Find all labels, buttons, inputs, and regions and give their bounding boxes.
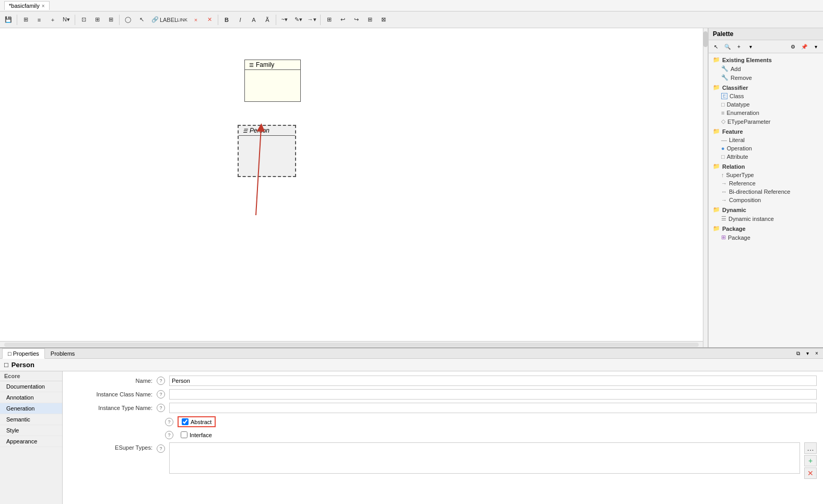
palette-item-bidirectional[interactable]: ↔ Bi-directional Reference xyxy=(709,187,823,196)
palette-item-composition[interactable]: → Composition xyxy=(709,196,823,204)
esuper-add-btn[interactable]: + xyxy=(804,455,817,466)
tab-action-close[interactable]: × xyxy=(813,349,821,358)
palette-item-class[interactable]: E Class xyxy=(709,92,823,100)
toolbar-link2[interactable]: LINK xyxy=(176,14,189,26)
palette-item-datatype[interactable]: □ Datatype xyxy=(709,100,823,109)
tab-problems[interactable]: Problems xyxy=(45,348,80,358)
sidebar-item-style[interactable]: Style xyxy=(0,425,62,436)
toolbar-delete-all[interactable]: ✕ xyxy=(203,14,216,26)
tab-action-menu[interactable]: ▾ xyxy=(803,349,812,358)
toolbar-delete[interactable]: × xyxy=(190,14,202,26)
toolbar-pen[interactable]: ✎▾ xyxy=(292,14,304,26)
toolbar-view[interactable]: ⊞ xyxy=(363,14,376,26)
diagram-canvas[interactable]: ☰ Family ☰ Person xyxy=(0,28,703,341)
prop-help-interface[interactable]: ? xyxy=(165,431,173,439)
toolbar-save[interactable]: 💾 xyxy=(2,14,15,26)
tab-action-new-window[interactable]: ⧉ xyxy=(794,349,802,358)
toolbar-zoom-in[interactable]: + xyxy=(46,14,59,26)
prop-input-instance-class[interactable] xyxy=(169,389,817,400)
palette-item-attribute[interactable]: □ Attribute xyxy=(709,153,823,161)
palette-section-existing-label: Existing Elements xyxy=(722,57,772,63)
person-node[interactable]: ☰ Person xyxy=(238,125,296,177)
sidebar-item-appearance[interactable]: Appearance xyxy=(0,436,62,447)
palette-item-remove[interactable]: 🔧 Remove xyxy=(709,73,823,82)
folder-icon: 📁 xyxy=(713,56,720,63)
toolbar-fit[interactable]: ⊞ xyxy=(323,14,335,26)
palette-btn-menu[interactable]: ▾ xyxy=(745,41,756,52)
prop-checkbox-abstract[interactable] xyxy=(182,418,189,425)
palette-section-relation-header[interactable]: 📁 Relation xyxy=(709,162,823,171)
toolbar-import[interactable]: ⊞ xyxy=(91,14,103,26)
esuper-browse-btn[interactable]: … xyxy=(804,442,817,454)
toolbar-italic[interactable]: I xyxy=(234,14,246,26)
toolbar-undo[interactable]: ↩ xyxy=(336,14,349,26)
prop-textarea-esuper[interactable] xyxy=(169,442,800,474)
palette-item-add-label: Add xyxy=(731,66,741,72)
palette-btn-close[interactable]: ▾ xyxy=(810,41,821,52)
toolbar-bold[interactable]: B xyxy=(220,14,233,26)
package-folder-icon: 📁 xyxy=(713,225,720,232)
toolbar-select2[interactable]: ↖ xyxy=(135,14,148,26)
palette-item-add[interactable]: 🔧 Add xyxy=(709,64,823,73)
palette-btn-settings[interactable]: ⚙ xyxy=(787,41,798,52)
prop-help-abstract[interactable]: ? xyxy=(165,418,173,426)
esuper-delete-btn[interactable]: ✕ xyxy=(804,467,817,479)
enum-icon: ≡ xyxy=(721,110,724,116)
family-node[interactable]: ☰ Family xyxy=(244,60,301,102)
sidebar-item-semantic[interactable]: Semantic xyxy=(0,414,62,425)
tab-close-button[interactable]: × xyxy=(42,3,45,9)
toolbar-style[interactable]: ~▾ xyxy=(278,14,291,26)
toolbar-redo[interactable]: ↪ xyxy=(350,14,362,26)
palette-item-enumeration[interactable]: ≡ Enumeration xyxy=(709,109,823,117)
toolbar-snap[interactable]: ⊠ xyxy=(377,14,390,26)
prop-input-instance-type[interactable] xyxy=(169,403,817,413)
palette-item-composition-label: Composition xyxy=(729,197,761,203)
toolbar-arrow[interactable]: →▾ xyxy=(305,14,318,26)
toolbar-layout[interactable]: ≡ xyxy=(33,14,45,26)
palette-section-classifier-header[interactable]: 📁 Classifier xyxy=(709,83,823,92)
canvas-vscroll[interactable] xyxy=(703,28,708,347)
palette-item-package[interactable]: ⊞ Package xyxy=(709,233,823,242)
bidir-icon: ↔ xyxy=(721,189,727,195)
palette-item-reference[interactable]: → Reference xyxy=(709,179,823,187)
palette-btn-add[interactable]: + xyxy=(734,41,744,52)
toolbar-label[interactable]: LABEL xyxy=(162,14,175,26)
prop-checkbox-interface[interactable] xyxy=(181,431,187,438)
toolbar-sep-1 xyxy=(17,15,17,25)
toolbar-select[interactable]: ⊞ xyxy=(19,14,32,26)
family-icon: ☰ xyxy=(249,62,254,68)
toolbar-shapes[interactable]: ◯ xyxy=(122,14,134,26)
sidebar-item-documentation[interactable]: Documentation xyxy=(0,381,62,392)
toolbar-n[interactable]: N▾ xyxy=(60,14,73,26)
palette-btn-pin[interactable]: 📌 xyxy=(799,41,809,52)
palette-item-supertype[interactable]: ↑ SuperType xyxy=(709,171,823,179)
editor-tab[interactable]: *basicfamily × xyxy=(4,1,50,10)
palette-section-existing-header[interactable]: 📁 Existing Elements xyxy=(709,55,823,64)
palette-section-feature-header[interactable]: 📁 Feature xyxy=(709,127,823,136)
palette-item-etypeparameter[interactable]: ◇ ETypeParameter xyxy=(709,117,823,126)
family-label: Family xyxy=(256,61,274,68)
composition-icon: → xyxy=(721,197,727,203)
prop-help-name[interactable]: ? xyxy=(157,377,165,385)
prop-input-name[interactable] xyxy=(169,376,817,386)
palette-section-package-header[interactable]: 📁 Package xyxy=(709,224,823,233)
palette-section-dynamic-header[interactable]: 📁 Dynamic xyxy=(709,205,823,214)
toolbar-font-a2[interactable]: Ã xyxy=(261,14,274,26)
canvas-hscroll[interactable] xyxy=(0,341,703,347)
palette-btn-cursor[interactable]: ↖ xyxy=(711,41,721,52)
prop-help-instance-class[interactable]: ? xyxy=(157,390,165,398)
sidebar-item-annotation[interactable]: Annotation xyxy=(0,392,62,403)
prop-label-name: Name: xyxy=(69,378,152,384)
prop-help-esuper[interactable]: ? xyxy=(157,444,165,453)
sidebar-item-generation[interactable]: Generation xyxy=(0,403,62,414)
toolbar-font-a[interactable]: A xyxy=(248,14,260,26)
palette-item-literal[interactable]: — Literal xyxy=(709,136,823,144)
prop-help-instance-type[interactable]: ? xyxy=(157,404,165,412)
toolbar-export[interactable]: ⊡ xyxy=(77,14,90,26)
tab-properties[interactable]: □ Properties xyxy=(2,348,45,359)
palette-item-operation[interactable]: ● Operation xyxy=(709,144,823,153)
palette-btn-zoom[interactable]: 🔍 xyxy=(722,41,733,52)
family-node-body xyxy=(245,70,300,101)
palette-item-dynamic-instance[interactable]: ☰ Dynamic instance xyxy=(709,214,823,223)
toolbar-grid[interactable]: ⊞ xyxy=(104,14,117,26)
